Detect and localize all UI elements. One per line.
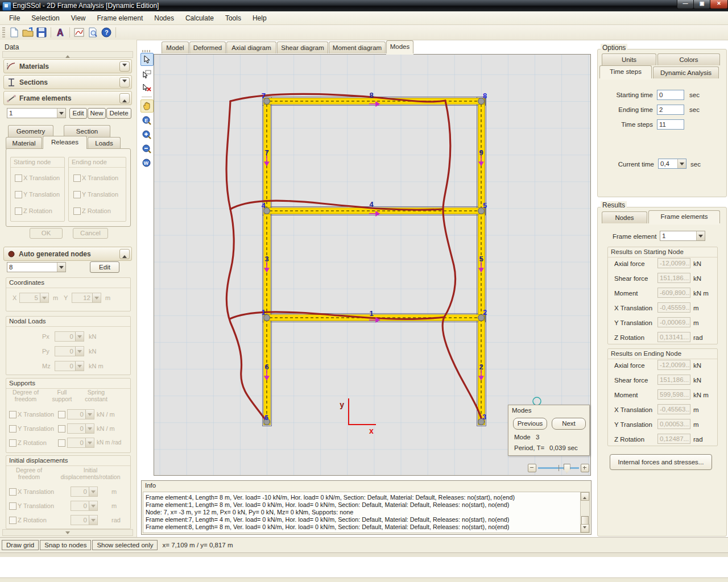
tab-dynamic-analysis[interactable]: Dynamic Analysis bbox=[653, 66, 719, 78]
start-z-rotation-checkbox[interactable] bbox=[15, 207, 22, 215]
ending-time-input[interactable]: 2 bbox=[657, 105, 684, 115]
tab-loads[interactable]: Loads bbox=[88, 137, 121, 149]
tab-axial-diagram[interactable]: Axial diagram bbox=[226, 41, 276, 53]
frame-elements-expander[interactable]: Frame elements bbox=[3, 91, 132, 105]
tab-modes[interactable]: Modes bbox=[386, 40, 413, 53]
results-frame-element-select[interactable]: 1 bbox=[660, 231, 705, 241]
initdisp-x-input[interactable]: 0 bbox=[71, 487, 98, 497]
chevron-down-icon[interactable] bbox=[57, 109, 65, 118]
mz-input[interactable]: 0 bbox=[55, 361, 84, 371]
tab-frame-elements-results[interactable]: Frame elements bbox=[648, 210, 720, 223]
initdisp-z-input[interactable]: 0 bbox=[71, 515, 98, 525]
tab-nodes-results[interactable]: Nodes bbox=[602, 211, 647, 223]
zoom-out-button[interactable] bbox=[528, 464, 536, 472]
deselect-tool[interactable] bbox=[140, 81, 154, 94]
zoom-window-tool[interactable]: W bbox=[140, 156, 154, 169]
support-x-full-checkbox[interactable] bbox=[58, 411, 65, 418]
tab-geometry[interactable]: Geometry bbox=[8, 125, 53, 137]
menu-help[interactable]: Help bbox=[247, 13, 272, 24]
tab-time-steps[interactable]: Time steps bbox=[599, 65, 652, 78]
tab-material[interactable]: Material bbox=[6, 137, 42, 149]
end-x-translation-checkbox[interactable] bbox=[73, 174, 81, 182]
info-log[interactable]: Frame element:4, Length= 8 m, Ver. load=… bbox=[143, 492, 581, 533]
info-scrollbar[interactable] bbox=[580, 492, 590, 533]
initdisp-z-checkbox[interactable] bbox=[9, 517, 16, 524]
support-x-spring-input[interactable]: 0 bbox=[67, 409, 94, 419]
time-steps-input[interactable]: 11 bbox=[657, 119, 684, 130]
initdisp-x-checkbox[interactable] bbox=[9, 488, 16, 496]
sections-expander[interactable]: Sections bbox=[3, 75, 132, 89]
open-folder-icon[interactable] bbox=[22, 27, 34, 38]
chevron-down-icon[interactable] bbox=[696, 231, 705, 240]
scroll-down-arrow[interactable] bbox=[581, 524, 589, 533]
current-time-select[interactable]: 0,4 bbox=[658, 159, 686, 169]
start-y-translation-checkbox[interactable] bbox=[15, 191, 22, 198]
edit-frame-element-button[interactable]: Edit bbox=[69, 108, 87, 119]
coord-x-input[interactable]: 5 bbox=[19, 293, 49, 303]
tab-colors[interactable]: Colors bbox=[657, 53, 720, 65]
font-icon[interactable]: A bbox=[54, 27, 67, 38]
tab-moment-diagram[interactable]: Moment diagram bbox=[329, 41, 386, 53]
menu-view[interactable]: View bbox=[65, 13, 92, 24]
zoom-in-tool[interactable] bbox=[140, 128, 154, 141]
ok-button[interactable]: OK bbox=[30, 228, 63, 239]
zoom-slider-thumb[interactable] bbox=[564, 464, 570, 473]
tab-deformed[interactable]: Deformed bbox=[189, 41, 226, 53]
initdisp-y-checkbox[interactable] bbox=[9, 502, 16, 510]
materials-collapse-button[interactable] bbox=[119, 61, 130, 72]
support-y-dof-checkbox[interactable] bbox=[9, 425, 16, 433]
tab-shear-diagram[interactable]: Shear diagram bbox=[277, 41, 328, 53]
zoom-extents-tool[interactable]: E bbox=[140, 114, 154, 127]
panel-scroll-up[interactable] bbox=[2, 51, 133, 58]
previous-mode-button[interactable]: Previous bbox=[513, 418, 547, 430]
new-frame-element-button[interactable]: New bbox=[88, 108, 106, 119]
menu-calculate[interactable]: Calculate bbox=[180, 13, 220, 24]
px-input[interactable]: 0 bbox=[55, 331, 84, 342]
print-preview-icon[interactable] bbox=[86, 27, 99, 38]
close-button[interactable]: ✕ bbox=[710, 0, 728, 9]
menu-tools[interactable]: Tools bbox=[220, 13, 247, 24]
support-x-dof-checkbox[interactable] bbox=[9, 411, 16, 418]
snap-to-nodes-toggle[interactable]: Snap to nodes bbox=[40, 540, 91, 550]
sections-collapse-button[interactable] bbox=[119, 77, 130, 88]
internal-forces-button[interactable]: Internal forces and stresses... bbox=[610, 454, 712, 470]
chevron-down-icon[interactable] bbox=[677, 159, 686, 168]
starting-time-input[interactable]: 0 bbox=[657, 90, 684, 100]
minimize-button[interactable]: — bbox=[677, 0, 694, 9]
select-tool[interactable] bbox=[140, 53, 154, 66]
zoom-out-tool[interactable] bbox=[140, 142, 154, 155]
tab-section[interactable]: Section bbox=[64, 125, 110, 137]
help-icon[interactable]: ? bbox=[100, 27, 113, 38]
menu-selection[interactable]: Selection bbox=[26, 13, 65, 24]
delete-frame-element-button[interactable]: Delete bbox=[106, 108, 131, 119]
scroll-up-arrow[interactable] bbox=[581, 492, 589, 501]
edit-node-button[interactable]: Edit bbox=[90, 261, 119, 273]
end-y-translation-checkbox[interactable] bbox=[73, 191, 81, 198]
show-selected-only-toggle[interactable]: Show selected only bbox=[92, 540, 158, 550]
zoom-slider-track[interactable] bbox=[538, 467, 579, 469]
save-icon[interactable] bbox=[35, 27, 48, 38]
tab-releases[interactable]: Releases bbox=[43, 136, 87, 149]
auto-nodes-collapse-button[interactable] bbox=[119, 249, 130, 259]
cancel-button[interactable]: Cancel bbox=[73, 228, 108, 239]
menu-file[interactable]: File bbox=[3, 13, 26, 24]
frame-elements-collapse-button[interactable] bbox=[119, 93, 130, 103]
end-z-rotation-checkbox[interactable] bbox=[73, 207, 81, 215]
materials-expander[interactable]: Materials bbox=[3, 59, 132, 73]
pan-tool[interactable] bbox=[140, 99, 154, 113]
draw-grid-toggle[interactable]: Draw grid bbox=[2, 540, 39, 550]
start-x-translation-checkbox[interactable] bbox=[15, 174, 22, 182]
support-z-dof-checkbox[interactable] bbox=[9, 439, 16, 447]
support-y-spring-input[interactable]: 0 bbox=[67, 423, 94, 434]
initdisp-y-input[interactable]: 0 bbox=[71, 501, 98, 511]
auto-nodes-expander[interactable]: Auto generated nodes bbox=[3, 247, 132, 261]
support-y-full-checkbox[interactable] bbox=[58, 425, 65, 433]
chevron-down-icon[interactable] bbox=[57, 263, 65, 272]
panel-scroll-down[interactable] bbox=[2, 529, 133, 536]
zoom-in-button[interactable] bbox=[581, 464, 589, 472]
py-input[interactable]: 0 bbox=[55, 346, 84, 356]
chart-icon[interactable] bbox=[73, 27, 85, 38]
restore-button[interactable]: ▣ bbox=[693, 0, 710, 9]
new-document-icon[interactable] bbox=[8, 27, 20, 38]
next-mode-button[interactable]: Next bbox=[552, 418, 586, 430]
